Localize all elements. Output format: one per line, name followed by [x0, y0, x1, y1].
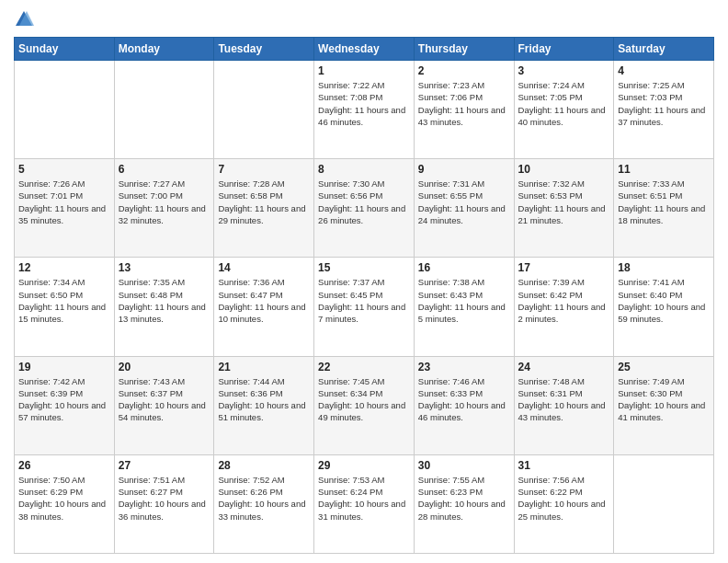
- day-info: Sunrise: 7:50 AM Sunset: 6:29 PM Dayligh…: [18, 474, 110, 523]
- day-info: Sunrise: 7:34 AM Sunset: 6:50 PM Dayligh…: [18, 276, 110, 325]
- calendar-week-row: 12Sunrise: 7:34 AM Sunset: 6:50 PM Dayli…: [15, 258, 714, 356]
- calendar-cell: 11Sunrise: 7:33 AM Sunset: 6:51 PM Dayli…: [614, 159, 714, 258]
- calendar-cell: 26Sunrise: 7:50 AM Sunset: 6:29 PM Dayli…: [15, 454, 115, 553]
- calendar-cell: [614, 454, 714, 553]
- day-number: 16: [418, 261, 510, 274]
- day-info: Sunrise: 7:36 AM Sunset: 6:47 PM Dayligh…: [218, 276, 310, 325]
- calendar-cell: 14Sunrise: 7:36 AM Sunset: 6:47 PM Dayli…: [214, 258, 314, 356]
- day-info: Sunrise: 7:42 AM Sunset: 6:39 PM Dayligh…: [18, 375, 110, 424]
- weekday-header: Saturday: [614, 38, 714, 61]
- day-info: Sunrise: 7:39 AM Sunset: 6:42 PM Dayligh…: [518, 276, 610, 325]
- calendar-cell: 13Sunrise: 7:35 AM Sunset: 6:48 PM Dayli…: [114, 258, 214, 356]
- calendar-cell: 10Sunrise: 7:32 AM Sunset: 6:53 PM Dayli…: [514, 159, 614, 258]
- page: SundayMondayTuesdayWednesdayThursdayFrid…: [0, 0, 728, 563]
- calendar-cell: 1Sunrise: 7:22 AM Sunset: 7:08 PM Daylig…: [314, 61, 415, 159]
- day-number: 10: [518, 163, 610, 176]
- day-number: 7: [218, 163, 310, 176]
- calendar-cell: 23Sunrise: 7:46 AM Sunset: 6:33 PM Dayli…: [414, 356, 514, 454]
- day-info: Sunrise: 7:53 AM Sunset: 6:24 PM Dayligh…: [318, 474, 410, 523]
- calendar-cell: [214, 61, 314, 159]
- calendar-cell: [15, 61, 115, 159]
- day-number: 25: [618, 361, 710, 373]
- calendar-cell: 9Sunrise: 7:31 AM Sunset: 6:55 PM Daylig…: [414, 159, 514, 258]
- day-info: Sunrise: 7:45 AM Sunset: 6:34 PM Dayligh…: [318, 375, 410, 424]
- day-number: 6: [119, 163, 210, 176]
- day-number: 22: [318, 361, 410, 373]
- day-number: 23: [418, 361, 510, 373]
- day-info: Sunrise: 7:38 AM Sunset: 6:43 PM Dayligh…: [418, 276, 510, 325]
- calendar-cell: 7Sunrise: 7:28 AM Sunset: 6:58 PM Daylig…: [214, 159, 314, 258]
- day-info: Sunrise: 7:35 AM Sunset: 6:48 PM Dayligh…: [119, 276, 210, 325]
- calendar-cell: 30Sunrise: 7:55 AM Sunset: 6:23 PM Dayli…: [414, 454, 514, 553]
- calendar-cell: 15Sunrise: 7:37 AM Sunset: 6:45 PM Dayli…: [314, 258, 415, 356]
- day-number: 13: [119, 261, 210, 274]
- day-number: 17: [518, 261, 610, 274]
- day-number: 5: [18, 163, 110, 176]
- logo-icon: [14, 9, 34, 29]
- day-number: 31: [518, 459, 610, 472]
- calendar-cell: 6Sunrise: 7:27 AM Sunset: 7:00 PM Daylig…: [114, 159, 214, 258]
- day-number: 9: [418, 163, 510, 176]
- calendar-cell: 29Sunrise: 7:53 AM Sunset: 6:24 PM Dayli…: [314, 454, 415, 553]
- day-info: Sunrise: 7:55 AM Sunset: 6:23 PM Dayligh…: [418, 474, 510, 523]
- day-info: Sunrise: 7:26 AM Sunset: 7:01 PM Dayligh…: [18, 178, 110, 226]
- day-info: Sunrise: 7:46 AM Sunset: 6:33 PM Dayligh…: [418, 375, 510, 424]
- weekday-header: Tuesday: [214, 38, 314, 61]
- day-number: 28: [218, 459, 310, 472]
- calendar-cell: 27Sunrise: 7:51 AM Sunset: 6:27 PM Dayli…: [114, 454, 214, 553]
- logo: [14, 9, 38, 29]
- day-info: Sunrise: 7:51 AM Sunset: 6:27 PM Dayligh…: [119, 474, 210, 523]
- day-number: 20: [119, 361, 210, 373]
- day-number: 19: [18, 361, 110, 373]
- calendar-cell: [114, 61, 214, 159]
- day-info: Sunrise: 7:56 AM Sunset: 6:22 PM Dayligh…: [518, 474, 610, 523]
- day-number: 2: [418, 64, 510, 77]
- weekday-header: Sunday: [15, 38, 115, 61]
- day-info: Sunrise: 7:31 AM Sunset: 6:55 PM Dayligh…: [418, 178, 510, 226]
- calendar-body: 1Sunrise: 7:22 AM Sunset: 7:08 PM Daylig…: [15, 61, 714, 554]
- day-number: 26: [18, 459, 110, 472]
- day-number: 29: [318, 459, 410, 472]
- calendar-week-row: 19Sunrise: 7:42 AM Sunset: 6:39 PM Dayli…: [15, 356, 714, 454]
- weekday-header: Thursday: [414, 38, 514, 61]
- calendar-cell: 24Sunrise: 7:48 AM Sunset: 6:31 PM Dayli…: [514, 356, 614, 454]
- calendar-week-row: 5Sunrise: 7:26 AM Sunset: 7:01 PM Daylig…: [15, 159, 714, 258]
- day-info: Sunrise: 7:25 AM Sunset: 7:03 PM Dayligh…: [618, 79, 710, 128]
- weekday-row: SundayMondayTuesdayWednesdayThursdayFrid…: [15, 38, 714, 61]
- calendar-cell: 5Sunrise: 7:26 AM Sunset: 7:01 PM Daylig…: [15, 159, 115, 258]
- calendar-week-row: 1Sunrise: 7:22 AM Sunset: 7:08 PM Daylig…: [15, 61, 714, 159]
- day-info: Sunrise: 7:44 AM Sunset: 6:36 PM Dayligh…: [218, 375, 310, 424]
- calendar-cell: 16Sunrise: 7:38 AM Sunset: 6:43 PM Dayli…: [414, 258, 514, 356]
- weekday-header: Monday: [114, 38, 214, 61]
- calendar-cell: 19Sunrise: 7:42 AM Sunset: 6:39 PM Dayli…: [15, 356, 115, 454]
- day-info: Sunrise: 7:30 AM Sunset: 6:56 PM Dayligh…: [318, 178, 410, 226]
- day-number: 8: [318, 163, 410, 176]
- day-number: 14: [218, 261, 310, 274]
- calendar-cell: 8Sunrise: 7:30 AM Sunset: 6:56 PM Daylig…: [314, 159, 415, 258]
- calendar-week-row: 26Sunrise: 7:50 AM Sunset: 6:29 PM Dayli…: [15, 454, 714, 553]
- day-info: Sunrise: 7:33 AM Sunset: 6:51 PM Dayligh…: [618, 178, 710, 226]
- day-number: 1: [318, 64, 410, 77]
- weekday-header: Wednesday: [314, 38, 415, 61]
- calendar-cell: 22Sunrise: 7:45 AM Sunset: 6:34 PM Dayli…: [314, 356, 415, 454]
- day-info: Sunrise: 7:52 AM Sunset: 6:26 PM Dayligh…: [218, 474, 310, 523]
- calendar-header: SundayMondayTuesdayWednesdayThursdayFrid…: [15, 38, 714, 61]
- calendar-cell: 4Sunrise: 7:25 AM Sunset: 7:03 PM Daylig…: [614, 61, 714, 159]
- day-info: Sunrise: 7:24 AM Sunset: 7:05 PM Dayligh…: [518, 79, 610, 128]
- day-info: Sunrise: 7:32 AM Sunset: 6:53 PM Dayligh…: [518, 178, 610, 226]
- calendar-cell: 21Sunrise: 7:44 AM Sunset: 6:36 PM Dayli…: [214, 356, 314, 454]
- weekday-header: Friday: [514, 38, 614, 61]
- day-info: Sunrise: 7:22 AM Sunset: 7:08 PM Dayligh…: [318, 79, 410, 128]
- calendar-cell: 2Sunrise: 7:23 AM Sunset: 7:06 PM Daylig…: [414, 61, 514, 159]
- day-number: 18: [618, 261, 710, 274]
- calendar-cell: 31Sunrise: 7:56 AM Sunset: 6:22 PM Dayli…: [514, 454, 614, 553]
- calendar-cell: 20Sunrise: 7:43 AM Sunset: 6:37 PM Dayli…: [114, 356, 214, 454]
- day-number: 27: [119, 459, 210, 472]
- day-info: Sunrise: 7:23 AM Sunset: 7:06 PM Dayligh…: [418, 79, 510, 128]
- calendar-cell: 17Sunrise: 7:39 AM Sunset: 6:42 PM Dayli…: [514, 258, 614, 356]
- day-info: Sunrise: 7:48 AM Sunset: 6:31 PM Dayligh…: [518, 375, 610, 424]
- day-number: 11: [618, 163, 710, 176]
- day-info: Sunrise: 7:28 AM Sunset: 6:58 PM Dayligh…: [218, 178, 310, 226]
- calendar-cell: 25Sunrise: 7:49 AM Sunset: 6:30 PM Dayli…: [614, 356, 714, 454]
- day-number: 21: [218, 361, 310, 373]
